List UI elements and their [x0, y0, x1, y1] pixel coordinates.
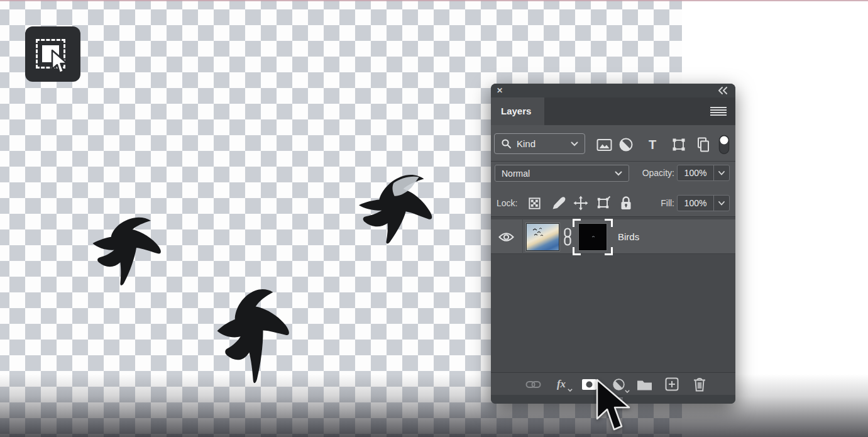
marquee-select-logo — [25, 26, 80, 82]
blend-row: Normal Opacity: 100% — [491, 162, 735, 189]
layer-name[interactable]: Birds — [618, 219, 639, 254]
mask-selection-corner — [605, 247, 613, 255]
layer-thumbnail[interactable] — [526, 223, 559, 251]
lock-image-pixels-brush-icon[interactable] — [551, 195, 567, 211]
lock-artboard-nesting-icon[interactable] — [595, 195, 612, 211]
filter-shape-layers-icon[interactable] — [671, 136, 687, 153]
fill-label: Fill: — [647, 195, 674, 211]
filter-kind-dropdown[interactable]: Kind — [494, 133, 585, 154]
blend-mode-value: Normal — [502, 169, 530, 179]
bird-silhouette-3 — [354, 169, 442, 251]
filter-adjustment-layers-icon[interactable] — [618, 136, 634, 153]
fill-chevron-button[interactable] — [713, 196, 729, 211]
chevron-down-icon — [615, 171, 622, 176]
panel-tab-row: Layers — [491, 97, 735, 125]
filter-smart-objects-icon[interactable] — [695, 136, 711, 153]
mask-selection-corner — [573, 247, 581, 255]
cursor-arrow-glyph — [50, 49, 69, 75]
new-group-folder-icon[interactable] — [635, 375, 654, 394]
panel-menu-icon[interactable] — [710, 107, 727, 116]
layer-mask-thumbnail-selected[interactable] — [573, 219, 613, 255]
opacity-label: Opacity: — [630, 165, 674, 181]
mask-selection-corner — [605, 219, 613, 227]
fill-field[interactable]: 100% — [677, 195, 730, 211]
opacity-field[interactable]: 100% — [677, 165, 730, 181]
lock-transparent-pixels-icon[interactable] — [526, 195, 542, 211]
layer-row-birds[interactable]: Birds — [491, 219, 735, 254]
lock-position-move-icon[interactable] — [573, 195, 589, 211]
mask-selection-corner — [573, 219, 581, 227]
filter-type-layers-icon[interactable]: T — [644, 136, 661, 153]
lock-label: Lock: — [497, 195, 522, 211]
panel-titlebar: ✕ — [491, 84, 735, 97]
lock-all-padlock-icon[interactable] — [618, 195, 634, 211]
chevron-down-icon — [718, 171, 725, 175]
video-progress-line — [0, 0, 868, 1]
mouse-cursor — [595, 379, 631, 433]
opacity-value[interactable]: 100% — [678, 165, 713, 180]
delete-layer-trash-icon[interactable] — [690, 375, 709, 394]
bird-silhouette-2 — [211, 283, 304, 392]
filter-kind-label: Kind — [517, 138, 536, 149]
chevron-down-icon — [718, 201, 725, 206]
layer-style-fx-icon[interactable]: fx — [552, 375, 571, 394]
new-layer-icon[interactable] — [662, 375, 681, 394]
lock-row: Lock: — [491, 189, 735, 217]
blend-mode-dropdown[interactable]: Normal — [495, 165, 629, 182]
layers-list[interactable]: Birds — [491, 217, 735, 372]
link-layers-icon[interactable] — [524, 375, 542, 394]
fill-value[interactable]: 100% — [678, 196, 713, 211]
collapse-panel-icon[interactable] — [718, 87, 728, 94]
screenshot-root: ✕ Layers Kind — [0, 0, 868, 437]
layer-visibility-eye-icon[interactable] — [497, 228, 515, 246]
filter-toggle-switch[interactable] — [717, 136, 731, 153]
search-icon — [501, 138, 512, 149]
tab-layers[interactable]: Layers — [491, 97, 544, 125]
chevron-down-icon — [571, 141, 578, 147]
mask-thumbnail[interactable] — [578, 223, 607, 251]
layer-mask-link-icon[interactable] — [562, 228, 573, 246]
fx-label: fx — [557, 378, 566, 390]
opacity-chevron-button[interactable] — [713, 165, 729, 180]
filter-pixel-layers-icon[interactable] — [596, 136, 612, 153]
row-divider — [522, 219, 523, 254]
close-icon[interactable]: ✕ — [495, 86, 504, 95]
layers-panel: ✕ Layers Kind — [491, 84, 735, 404]
chevron-down-icon — [568, 389, 573, 392]
filter-row: Kind T — [491, 125, 735, 162]
bird-silhouette-1 — [91, 216, 168, 289]
